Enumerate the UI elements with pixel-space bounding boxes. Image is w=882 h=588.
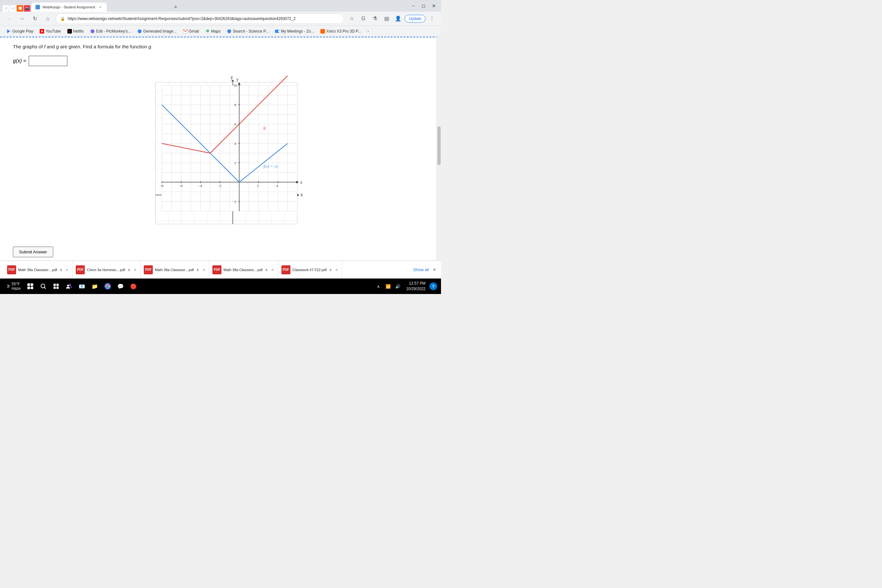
bookmark-maps[interactable]: Maps (203, 28, 223, 35)
x-tick--8: −8 (160, 184, 164, 188)
bookmark-label: Generated Image... (143, 29, 176, 33)
download-item-1[interactable]: PDF Math 38a Classwor....pdf ∧ × (4, 261, 72, 279)
taskbar-files-icon[interactable]: 📁 (89, 280, 100, 292)
download-item-5[interactable]: PDF Classwork #7 F22.pdf ∧ × (278, 261, 342, 279)
download-item-2[interactable]: PDF Chem 3a Homewo....pdf ∧ × (72, 261, 141, 279)
bookmark-label: My Meetings - Zo... (281, 29, 314, 33)
start-btn[interactable] (24, 280, 36, 292)
bookmark-google-play[interactable]: Google Play (4, 28, 36, 35)
dl-chevron-4[interactable]: ∧ (264, 267, 268, 273)
active-tab[interactable]: WebAssign - Student Assignment × (32, 3, 107, 12)
back-btn[interactable]: ← (4, 14, 14, 24)
new-tab-btn[interactable]: + (171, 3, 180, 12)
f-function-label: f(x) = |x| (263, 164, 278, 169)
tab-favicon (36, 5, 40, 9)
svg-point-20 (69, 284, 71, 286)
download-item-3[interactable]: PDF Math 38a Classwor....pdf ∧ × (141, 261, 209, 279)
y-tick-6: 6 (234, 122, 236, 126)
bookmark-gmail[interactable]: Gmail (180, 28, 201, 35)
dl-chevron-1[interactable]: ∧ (59, 267, 63, 273)
bookmark-picmonkey[interactable]: Edit - PicMonkey's... (88, 28, 134, 35)
bookmark-star-icon[interactable]: ☆ (346, 14, 357, 24)
weather-widget[interactable]: 🌫 55°F Haze (4, 282, 23, 291)
tab-title: WebAssign - Student Assignment (42, 5, 95, 9)
graph-container: x y (32, 72, 424, 240)
dl-chevron-3[interactable]: ∧ (196, 267, 200, 273)
tab-bar: 📄 📄 🅾 📸 WebAssign - Student Assignment × (3, 0, 405, 12)
svg-point-6 (138, 29, 141, 33)
taskbar-other-icon[interactable]: 🔴 (128, 280, 139, 292)
nav-right-buttons: ☆ G ⚗ ▤ 👤 Update ⋮ (346, 14, 437, 24)
dl-close-2[interactable]: × (133, 267, 137, 273)
systray-speaker-icon[interactable]: 🔊 (393, 282, 402, 291)
system-clock[interactable]: 12:57 PM 10/29/2022 (404, 281, 428, 292)
bookmarks-more-btn[interactable]: › (365, 28, 371, 35)
svg-marker-0 (7, 29, 10, 33)
home-btn[interactable]: ⌂ (42, 14, 53, 24)
bookmark-generated-image[interactable]: Generated Image... (135, 28, 179, 35)
taskbar-teams-btn[interactable] (63, 280, 75, 292)
x-tick--4: −4 (198, 184, 202, 188)
bookmark-youtube[interactable]: YouTube (37, 28, 63, 35)
bookmark-meetings[interactable]: My Meetings - Zo... (272, 28, 316, 35)
y-tick-10: 10 (233, 84, 237, 87)
picmonkey-icon (90, 29, 95, 33)
help-btn[interactable]: ? (429, 282, 437, 290)
sidebar-btn[interactable]: ▤ (381, 14, 392, 24)
graph-svg: x y (147, 72, 309, 240)
weather-desc: Haze (12, 286, 21, 291)
dl-close-4[interactable]: × (270, 267, 274, 273)
dotted-border-top (0, 37, 441, 38)
dl-info-1: Math 38a Classwor....pdf (18, 268, 57, 272)
close-btn[interactable]: ✕ (429, 1, 438, 10)
menu-btn[interactable]: ⋮ (427, 14, 437, 24)
systray-network-icon[interactable]: 📶 (384, 282, 393, 291)
dl-chevron-2[interactable]: ∧ (127, 267, 131, 273)
forward-btn[interactable]: → (17, 14, 27, 24)
dl-name-4: Math 38a Classwor....pdf (224, 268, 262, 272)
show-all-btn[interactable]: Show all (411, 266, 432, 273)
address-bar[interactable]: 🔒 https://www.webassign.net/web/Student/… (56, 14, 344, 24)
netflix-icon: N (68, 29, 72, 33)
restore-btn[interactable]: ◻ (419, 1, 428, 10)
scrollbar[interactable] (436, 37, 441, 261)
profile-icon[interactable]: 👤 (393, 14, 403, 24)
tab-close-btn[interactable]: × (98, 4, 103, 10)
dl-close-1[interactable]: × (65, 267, 69, 273)
generated-image-icon (137, 29, 142, 33)
zoom-icon (275, 29, 279, 33)
browser-window: 📄 📄 🅾 📸 WebAssign - Student Assignment × (0, 0, 441, 294)
refresh-btn[interactable]: ↻ (30, 14, 40, 24)
taskbar-discord-icon[interactable]: 💬 (115, 280, 126, 292)
x-axis-arrow (297, 194, 299, 196)
pdf-icon-5: PDF (281, 265, 291, 274)
minimize-btn[interactable]: − (409, 1, 418, 10)
bookmark-netflix[interactable]: N Netflix (65, 28, 86, 35)
download-item-4[interactable]: PDF Math 38a Classwor....pdf ∧ × (209, 261, 278, 279)
chrome-icon (105, 283, 111, 290)
bookmark-science-p[interactable]: Search - Science P... (224, 28, 271, 35)
extension-icon[interactable]: G (358, 14, 369, 24)
x-tick-4: 4 (276, 184, 278, 188)
downloads-bar-close[interactable]: × (432, 266, 437, 274)
dl-info-4: Math 38a Classwor....pdf (224, 268, 262, 272)
taskbar-mail-icon[interactable]: 📧 (76, 280, 88, 292)
taskbar-chrome-icon[interactable] (102, 280, 114, 292)
dl-chevron-5[interactable]: ∧ (328, 267, 333, 273)
bookmark-label: Google Play (12, 29, 33, 33)
answer-input[interactable] (29, 56, 68, 66)
taskbar-search-btn[interactable] (38, 280, 49, 292)
pdf-icon-1: PDF (7, 265, 16, 274)
maps-icon (206, 29, 210, 33)
submit-answer-btn[interactable]: Submit Answer (13, 247, 53, 257)
start-sq (31, 286, 33, 289)
systray-up-icon[interactable]: ∧ (374, 282, 383, 291)
update-button[interactable]: Update (405, 15, 426, 22)
scrollbar-thumb[interactable] (438, 126, 441, 165)
dl-close-5[interactable]: × (334, 267, 339, 273)
svg-text:N: N (68, 30, 70, 33)
dl-close-3[interactable]: × (202, 267, 206, 273)
chrome-labs-icon[interactable]: ⚗ (370, 14, 380, 24)
bookmark-xvico[interactable]: Xvico X3 Pro 3D P... (318, 28, 364, 35)
taskbar-widgets-btn[interactable] (50, 280, 62, 292)
